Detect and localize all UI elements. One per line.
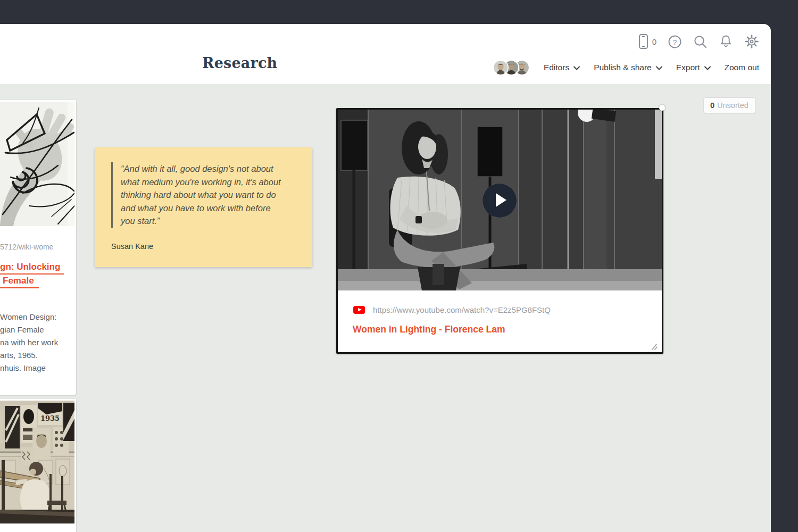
hand-wire-photo bbox=[0, 102, 74, 226]
link-card-title-line[interactable]: gn: Unlocking bbox=[0, 261, 64, 275]
gear-icon bbox=[744, 34, 759, 49]
bell-icon bbox=[719, 34, 733, 49]
unsorted-count: 0 bbox=[710, 101, 714, 110]
settings-button[interactable] bbox=[744, 34, 759, 49]
chevron-down-icon bbox=[656, 63, 662, 72]
board-canvas[interactable]: 0 Unsorted bbox=[0, 84, 771, 532]
unsorted-badge[interactable]: 0 Unsorted bbox=[703, 97, 755, 113]
chevron-down-icon bbox=[704, 63, 711, 72]
chevron-down-icon bbox=[573, 63, 580, 72]
device-uploads-button[interactable]: 0 bbox=[638, 34, 656, 49]
device-icon bbox=[638, 34, 649, 49]
note-quote: “And with it all, good design's not abou… bbox=[111, 162, 295, 228]
editors-label: Editors bbox=[544, 63, 569, 72]
image-card[interactable]: 1935 bbox=[0, 399, 76, 532]
editors-button[interactable]: Editors bbox=[544, 63, 580, 72]
board-actions: Editors Publish & share Export Zoom out bbox=[493, 58, 759, 77]
notifications-button[interactable] bbox=[719, 34, 733, 49]
publish-share-button[interactable]: Publish & share bbox=[594, 63, 662, 72]
link-card-description: Women Design: gian Female na with her wo… bbox=[0, 311, 68, 375]
play-icon bbox=[496, 193, 506, 207]
editor-avatars[interactable] bbox=[493, 60, 530, 76]
video-card[interactable]: https://www.youtube.com/watch?v=E2z5PG8F… bbox=[336, 108, 663, 354]
resize-handle-icon[interactable] bbox=[650, 343, 658, 349]
avatar bbox=[493, 60, 509, 76]
video-url[interactable]: https://www.youtube.com/watch?v=E2z5PG8F… bbox=[373, 305, 551, 314]
link-card-title-line[interactable]: Female bbox=[0, 275, 39, 288]
sticky-note-card[interactable]: “And with it all, good design's not abou… bbox=[95, 147, 312, 267]
device-uploads-count: 0 bbox=[652, 37, 656, 46]
note-author: Susan Kane bbox=[111, 242, 153, 251]
toolbar: 0 ? bbox=[638, 32, 759, 51]
help-icon: ? bbox=[668, 35, 682, 49]
video-thumbnail[interactable] bbox=[338, 110, 662, 290]
page-title: Research bbox=[202, 55, 277, 71]
search-icon bbox=[693, 35, 708, 49]
video-title[interactable]: Women in Lighting - Florence Lam bbox=[353, 324, 505, 335]
publish-share-label: Publish & share bbox=[594, 63, 652, 72]
zoom-out-label: Zoom out bbox=[725, 63, 759, 72]
app-window: Research 0 ? bbox=[0, 24, 771, 532]
link-card-title[interactable]: gn: Unlocking Female bbox=[0, 261, 68, 288]
svg-text:?: ? bbox=[673, 38, 677, 46]
zoom-out-button[interactable]: Zoom out bbox=[725, 63, 759, 72]
video-url-row: https://www.youtube.com/watch?v=E2z5PG8F… bbox=[353, 305, 551, 314]
play-button[interactable] bbox=[483, 184, 517, 218]
card-selection-handle[interactable] bbox=[659, 105, 665, 111]
help-button[interactable]: ? bbox=[668, 35, 682, 49]
youtube-icon bbox=[353, 306, 365, 314]
export-label: Export bbox=[676, 63, 700, 72]
board-header: Research 0 ? bbox=[0, 24, 771, 84]
export-button[interactable]: Export bbox=[676, 63, 711, 72]
link-card-url: 5712/wiki-wome bbox=[0, 242, 68, 252]
unsorted-label: Unsorted bbox=[717, 101, 749, 110]
svg-text:1935: 1935 bbox=[40, 414, 60, 422]
studio-photo: 1935 bbox=[0, 401, 74, 523]
link-card[interactable]: 5712/wiki-wome gn: Unlocking Female Wome… bbox=[0, 100, 76, 395]
search-button[interactable] bbox=[693, 35, 708, 49]
